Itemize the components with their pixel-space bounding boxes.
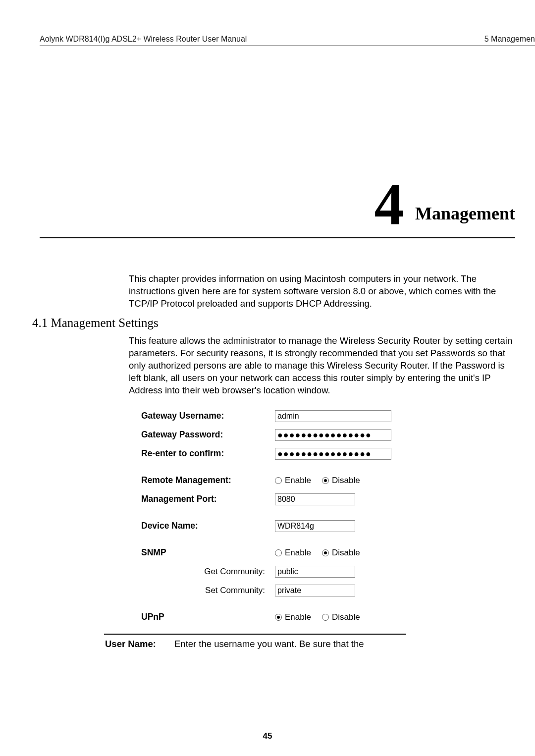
definition-term: User Name: — [105, 639, 174, 649]
row-device-name: Device Name: — [141, 519, 515, 534]
label-snmp: SNMP — [141, 547, 275, 558]
row-gateway-password: Gateway Password: ●●●●●●●●●●●●●●●● — [141, 428, 515, 442]
input-set-community[interactable] — [275, 585, 355, 596]
label-reenter-password: Re-enter to confirm: — [141, 448, 275, 459]
label-get-community: Get Community: — [141, 567, 275, 577]
row-reenter-password: Re-enter to confirm: ●●●●●●●●●●●●●●●● — [141, 446, 515, 461]
radio-icon — [275, 614, 282, 621]
definition-row: User Name: Enter the username you want. … — [105, 639, 515, 649]
label-device-name: Device Name: — [141, 521, 275, 531]
label-gateway-username: Gateway Username: — [141, 411, 275, 421]
radio-label-enable: Enable — [285, 548, 311, 558]
radio-label-disable: Disable — [332, 548, 360, 558]
radio-upnp-disable[interactable]: Disable — [322, 612, 360, 622]
definition-rule — [104, 634, 406, 635]
radio-label-disable: Disable — [332, 612, 360, 622]
radio-label-disable: Disable — [332, 476, 360, 486]
radio-label-enable: Enable — [285, 612, 311, 622]
radio-icon — [322, 614, 329, 621]
row-management-port: Management Port: — [141, 492, 515, 507]
running-header-right: 5 Managemen — [484, 35, 535, 44]
label-management-port: Management Port: — [141, 494, 275, 504]
chapter-number: 4 — [374, 175, 404, 234]
input-device-name[interactable] — [275, 520, 355, 532]
input-reenter-password[interactable]: ●●●●●●●●●●●●●●●● — [275, 448, 391, 460]
radio-label-enable: Enable — [285, 476, 311, 486]
input-gateway-username[interactable] — [275, 410, 391, 422]
section-heading: 4.1 Management Settings — [32, 316, 515, 330]
chapter-heading: 4 Management — [40, 175, 515, 238]
label-set-community: Set Community: — [141, 586, 275, 595]
input-management-port[interactable] — [275, 493, 355, 505]
input-get-community[interactable] — [275, 566, 355, 578]
row-remote-management: Remote Management: Enable Disable — [141, 473, 515, 488]
label-upnp: UPnP — [141, 612, 275, 622]
input-gateway-password[interactable]: ●●●●●●●●●●●●●●●● — [275, 429, 391, 441]
management-settings-form: Gateway Username: Gateway Password: ●●●●… — [141, 409, 515, 625]
page: Aolynk WDR814(I)g ADSL2+ Wireless Router… — [0, 0, 535, 756]
section-body-paragraph: This feature allows the administrator to… — [129, 335, 515, 397]
running-header-left: Aolynk WDR814(I)g ADSL2+ Wireless Router… — [40, 35, 247, 44]
radio-snmp-enable[interactable]: Enable — [275, 548, 311, 558]
radio-upnp-enable[interactable]: Enable — [275, 612, 311, 622]
radio-icon — [275, 477, 282, 484]
radio-snmp-disable[interactable]: Disable — [322, 548, 360, 558]
page-number: 45 — [0, 731, 535, 741]
radio-icon — [322, 549, 329, 556]
row-set-community: Set Community: — [141, 583, 515, 598]
running-header: Aolynk WDR814(I)g ADSL2+ Wireless Router… — [40, 35, 535, 46]
label-gateway-password: Gateway Password: — [141, 430, 275, 440]
chapter-title: Management — [415, 203, 515, 224]
label-remote-management: Remote Management: — [141, 475, 275, 486]
definition-description: Enter the username you want. Be sure tha… — [174, 639, 515, 649]
row-get-community: Get Community: — [141, 564, 515, 579]
radio-remote-enable[interactable]: Enable — [275, 476, 311, 486]
row-gateway-username: Gateway Username: — [141, 409, 515, 424]
row-upnp: UPnP Enable Disable — [141, 610, 515, 625]
radio-icon — [275, 549, 282, 556]
radio-icon — [322, 477, 329, 484]
row-snmp: SNMP Enable Disable — [141, 545, 515, 560]
radio-remote-disable[interactable]: Disable — [322, 476, 360, 486]
chapter-intro-paragraph: This chapter provides information on usi… — [129, 273, 515, 310]
